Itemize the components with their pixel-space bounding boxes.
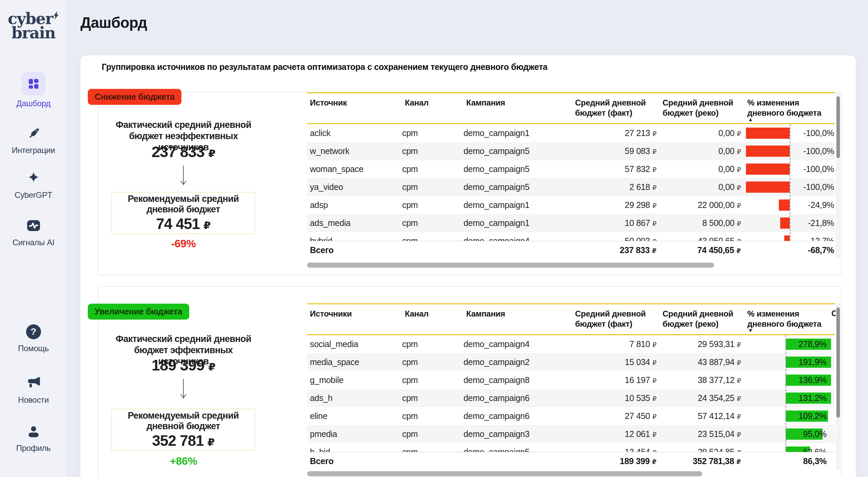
table-row[interactable]: eline cpm demo_campaign6 27 450₽ 57 412,… (307, 407, 835, 425)
table-row[interactable]: hybrid cpm demo_campaign4 50 093₽ 43 950… (307, 232, 835, 241)
ruble-sign: ₽ (737, 377, 741, 384)
ruble-sign: ₽ (652, 184, 656, 191)
ruble-sign: ₽ (652, 220, 656, 227)
sidebar-item-news[interactable]: Новости (0, 373, 67, 405)
table-row[interactable]: ads_h cpm demo_campaign6 10 535₽ 24 354,… (307, 389, 835, 407)
recommended-budget-value: 352 781 ₽ (152, 432, 215, 449)
table-row[interactable]: h_bid cpm demo_campaign5 13 454₽ 29 524,… (307, 443, 835, 452)
col-change-percent[interactable]: % изменения дневного бюджета (745, 304, 835, 334)
down-arrow-icon (179, 165, 188, 187)
table-row[interactable]: ads_media cpm demo_campaign1 10 867₽ 8 5… (307, 214, 835, 232)
sidebar-item-label: CyberGPT (0, 190, 67, 200)
ruble-sign: ₽ (652, 341, 656, 348)
sidebar-item-label: Сигналы AI (0, 238, 67, 247)
ruble-sign: ₽ (737, 395, 741, 402)
ruble-sign: ₽ (737, 166, 741, 173)
ruble-sign: ₽ (737, 148, 741, 155)
negative-data-bar (784, 235, 790, 241)
table-body: aclick cpm demo_campaign1 27 213₽ 0,00₽ … (307, 124, 835, 241)
ruble-sign: ₽ (737, 202, 741, 209)
col-fact-budget[interactable]: Средний дневной бюджет (факт) (572, 93, 660, 123)
col-channel[interactable]: Канал (402, 304, 463, 334)
negative-data-bar (746, 128, 790, 139)
ruble-sign: ₽ (652, 377, 656, 384)
negative-data-bar (780, 217, 790, 229)
sidebar-item-profile[interactable]: Профиль (0, 423, 67, 453)
sidebar-item-cybergpt[interactable]: CyberGPT (0, 170, 67, 200)
table-row[interactable]: ya_video cpm demo_campaign5 2 618₽ 0,00₽… (307, 178, 835, 196)
sidebar-item-signals-ai[interactable]: Сигналы AI (0, 216, 67, 247)
total-label: Всего (307, 241, 402, 260)
fact-budget-value: 189 399 ₽ (109, 357, 258, 374)
table-body: social_media cpm demo_campaign4 7 810₽ 2… (307, 335, 835, 452)
table-row[interactable]: adsp cpm demo_campaign1 29 298₽ 22 000,0… (307, 196, 835, 214)
table-row[interactable]: g_mobile cpm demo_campaign8 16 197₽ 38 3… (307, 371, 835, 389)
budget-decrease-section: Снижение бюджета Фактический средний дне… (98, 92, 842, 275)
recommended-budget-value: 74 451 ₽ (156, 215, 210, 232)
negative-data-bar (746, 182, 790, 193)
scrollbar-thumb[interactable] (836, 307, 840, 418)
down-arrow-icon (179, 378, 188, 401)
table-row[interactable]: pmedia cpm demo_campaign3 12 061₽ 23 515… (307, 425, 835, 443)
fact-budget-value: 237 833 ₽ (109, 143, 258, 161)
sidebar: cyber brain Дашборд Интеграции CyberGPT (0, 0, 67, 477)
budget-increase-table: Источники Канал Кампания Средний дневной… (307, 303, 835, 470)
table-total-row: Всего 237 833₽ 74 450,65₽ -68,7% (307, 241, 835, 259)
ruble-sign: ₽ (736, 247, 741, 254)
table-row[interactable]: media_space cpm demo_campaign2 15 034₽ 4… (307, 353, 835, 371)
col-channel[interactable]: Канал (402, 93, 463, 123)
sidebar-item-label: Новости (0, 395, 67, 405)
total-label: Всего (307, 452, 402, 471)
ruble-sign: ₽ (736, 458, 741, 465)
ruble-sign: ₽ (652, 238, 656, 241)
table-header[interactable]: Источник Канал Кампания Средний дневной … (307, 92, 835, 124)
recommended-budget-label: Рекомендуемый средний дневной бюджет (112, 411, 255, 432)
ruble-sign: ₽ (208, 361, 215, 373)
total-change-percent: +86% (109, 455, 258, 468)
vertical-scrollbar[interactable] (836, 303, 841, 470)
sidebar-item-integrations[interactable]: Интеграции (0, 125, 67, 155)
table-header[interactable]: Источники Канал Кампания Средний дневной… (307, 303, 835, 335)
col-reco-budget[interactable]: Средний дневной бюджет (реко) (660, 93, 745, 123)
ruble-sign: ₽ (652, 395, 656, 402)
recommended-budget-box: Рекомендуемый средний дневной бюджет 74 … (112, 192, 255, 234)
ruble-sign: ₽ (737, 238, 741, 241)
col-campaign[interactable]: Кампания (463, 93, 572, 123)
dashboard-card: Группировка источников по результатам ра… (80, 55, 856, 477)
recommended-budget-label: Рекомендуемый средний дневной бюджет (112, 194, 255, 215)
negative-data-bar (746, 146, 790, 157)
ruble-sign: ₽ (652, 359, 656, 366)
horizontal-scrollbar[interactable] (307, 471, 702, 476)
scrollbar-thumb[interactable] (836, 96, 840, 158)
budget-decrease-table: Источник Канал Кампания Средний дневной … (307, 92, 835, 259)
ruble-sign: ₽ (737, 449, 741, 452)
table-row[interactable]: woman_space cpm demo_campaign5 57 832₽ 0… (307, 160, 835, 178)
total-change-percent: -69% (109, 237, 258, 250)
total-change: 86,3% (745, 452, 835, 471)
col-reco-budget[interactable]: Средний дневной бюджет (реко) (660, 304, 745, 334)
col-change-percent[interactable]: % изменения дневного бюджета (745, 93, 835, 123)
col-fact-budget[interactable]: Средний дневной бюджет (факт) (572, 304, 660, 334)
vertical-scrollbar[interactable] (836, 92, 841, 259)
horizontal-scrollbar[interactable] (307, 263, 714, 268)
sidebar-item-dashboard[interactable]: Дашборд (0, 72, 67, 108)
col-source[interactable]: Источники (307, 304, 402, 334)
budget-increase-badge: Увеличение бюджета (88, 304, 189, 320)
ruble-sign: ₽ (737, 431, 741, 438)
ruble-sign: ₽ (737, 184, 741, 191)
col-campaign[interactable]: Кампания (463, 304, 572, 334)
negative-data-bar (746, 164, 790, 175)
sort-ascending-icon[interactable]: ▲ (748, 116, 753, 122)
signals-icon (22, 216, 45, 235)
sort-descending-icon[interactable]: ▼ (748, 327, 753, 333)
table-row[interactable]: w_network cpm demo_campaign5 59 083₽ 0,0… (307, 142, 835, 160)
table-row[interactable]: social_media cpm demo_campaign4 7 810₽ 2… (307, 335, 835, 353)
ruble-sign: ₽ (737, 341, 741, 348)
col-source[interactable]: Источник (307, 93, 402, 123)
ruble-sign: ₽ (737, 130, 741, 137)
table-row[interactable]: aclick cpm demo_campaign1 27 213₽ 0,00₽ … (307, 124, 835, 142)
ruble-sign: ₽ (652, 148, 656, 155)
ruble-sign: ₽ (737, 220, 741, 227)
ruble-sign: ₽ (208, 148, 215, 159)
sidebar-item-help[interactable]: ? Помощь (0, 323, 67, 353)
